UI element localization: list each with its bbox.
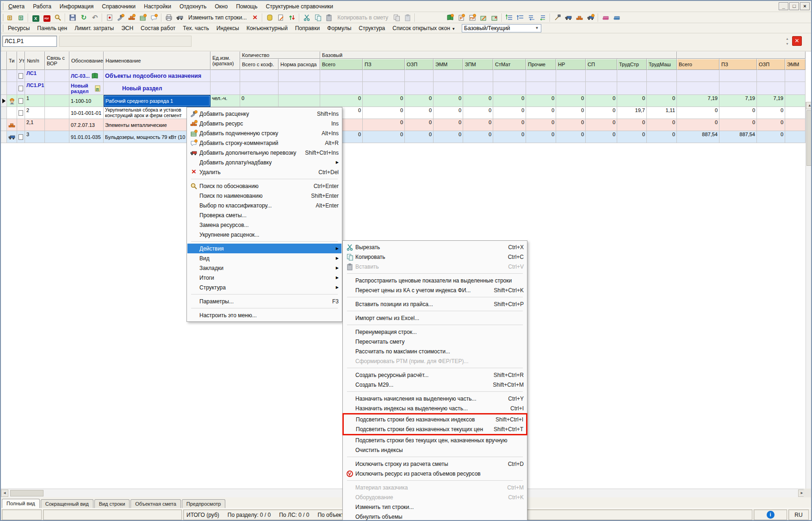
open-windows-menu[interactable]: Список открытых окон ▼	[389, 24, 459, 32]
panel-tab-11[interactable]: Структура	[355, 24, 389, 32]
cell-value-8[interactable]	[556, 82, 586, 95]
menubar-item-7[interactable]: Окно	[211, 2, 232, 11]
cell-value-2[interactable]: 0	[363, 95, 405, 107]
panel-tab-10[interactable]: Формулы	[323, 24, 355, 32]
cell-vor-link[interactable]	[45, 82, 69, 95]
info-icon[interactable]: i	[767, 511, 775, 519]
actions-submenu-item-23[interactable]: Подсветить строки без назначенных текущи…	[344, 424, 526, 434]
vertical-scrollbar[interactable]: ▲ ▼	[806, 102, 812, 489]
toolbar-add-resource-icon[interactable]	[127, 13, 137, 22]
approve-checkbox[interactable]	[19, 98, 23, 104]
cell-value-8[interactable]: 0	[556, 131, 586, 143]
cell-value-3[interactable]	[405, 82, 434, 95]
panel-tab-5[interactable]: Состав работ	[137, 24, 179, 32]
context-menu-item-24[interactable]: Настроить это меню...	[187, 310, 341, 320]
cell-value-2[interactable]	[363, 70, 405, 82]
actions-submenu-item-25[interactable]: Очистить индексы	[343, 445, 527, 455]
toolbar-edit-row-icon[interactable]	[478, 13, 489, 22]
menubar-item-2[interactable]: Работа	[29, 2, 56, 11]
panel-tab-6[interactable]: Тех. часть	[179, 24, 212, 32]
cell-value-9[interactable]: 0	[586, 131, 617, 143]
cell-value-11[interactable]	[647, 82, 677, 95]
panel-tab-2[interactable]: Панель цен	[33, 24, 71, 32]
toolbar-books-blue-icon[interactable]	[612, 13, 622, 22]
toolbar-delete-icon[interactable]: ×	[250, 13, 260, 22]
context-menu-item-20[interactable]: Структура▶	[187, 282, 341, 292]
panel-tab-7[interactable]: Индексы	[213, 24, 243, 32]
context-menu-item-12[interactable]: Проверка сметы...	[187, 210, 341, 220]
toolbar-cut-icon[interactable]	[302, 13, 312, 22]
cell-basis[interactable]: 91.01.01-035	[69, 131, 104, 143]
minimize-button[interactable]: _	[779, 2, 788, 10]
context-menu-item-7[interactable]: ×УдалитьCtrl+Del	[187, 167, 341, 177]
menubar-item-1[interactable]: Смета	[4, 2, 29, 11]
context-menu-item-4[interactable]: Добавить строку-комментарийAlt+R	[187, 138, 341, 148]
toolbar-grip[interactable]	[2, 14, 3, 21]
cell-basis[interactable]: 10-01-001-01	[69, 107, 104, 119]
cell-unit[interactable]	[211, 70, 240, 82]
cell-value-15[interactable]	[785, 131, 806, 143]
cell-value-15[interactable]	[785, 82, 806, 95]
panel-tab-3[interactable]: Лимит. затраты	[71, 24, 118, 32]
toolbar-refresh-icon[interactable]: ↻	[79, 13, 89, 22]
close-panel-button[interactable]: ✕	[792, 36, 802, 46]
context-menu-item-22[interactable]: Параметры...F3	[187, 296, 341, 306]
cell-value-14[interactable]	[757, 82, 785, 95]
menubar-item-6[interactable]: Отдохнуть	[175, 2, 211, 11]
approve-checkbox[interactable]	[19, 134, 23, 140]
cell-name[interactable]: Рабочий среднего разряда 1	[104, 95, 211, 107]
toolbar-outdent2-icon[interactable]	[538, 13, 548, 22]
table-row-3[interactable]: 391.01.01-035Бульдозеры, мощность 79 кВт…	[1, 131, 806, 143]
table-row-ЛС1[interactable]: ЛС1ЛС-03...Объекты подсобного назначения	[1, 70, 806, 82]
context-menu-item-1[interactable]: Добавить расценкуShift+Ins	[187, 109, 341, 119]
cell-value-13[interactable]	[719, 70, 757, 82]
cell-value-7[interactable]: 0	[526, 107, 556, 119]
toolbar-transport-icon[interactable]	[175, 13, 185, 22]
actions-submenu-item-27[interactable]: Исключить строку из расчета сметыCtrl+D	[343, 459, 527, 469]
cell-value-4[interactable]: 0	[434, 119, 463, 131]
cell-value-8[interactable]: 0	[556, 107, 586, 119]
actions-submenu-item-33[interactable]: Обнулить объемы	[343, 512, 527, 521]
scroll-up-icon[interactable]: ▲	[806, 102, 812, 109]
cell-value-10[interactable]: 0	[617, 95, 647, 107]
cell-value-12[interactable]	[677, 82, 719, 95]
cell-value-10[interactable]: 19,7	[617, 107, 647, 119]
context-menu-item-17[interactable]: Вид▶	[187, 253, 341, 263]
cell-name[interactable]: Новый раздел	[104, 82, 211, 95]
vertical-scroll-thumb[interactable]	[806, 110, 812, 166]
cell-basis[interactable]: Новый разделP	[69, 82, 104, 95]
toolbar-add-subrow-icon[interactable]	[138, 13, 148, 22]
cell-value-2[interactable]: 0	[363, 119, 405, 131]
context-menu-item-6[interactable]: Добавить доплату/надбавку▶	[187, 157, 341, 167]
actions-submenu-item-24[interactable]: Подсветить строки без текущих цен, назна…	[343, 435, 527, 445]
toolbar-truck-blue-icon[interactable]	[564, 13, 574, 22]
cell-value-5[interactable]	[463, 82, 493, 95]
toolbar-indent-add-icon[interactable]	[504, 13, 514, 22]
cell-num[interactable]: ЛС1	[25, 70, 45, 82]
cell-value-3[interactable]: 0	[405, 95, 434, 107]
cell-value-14[interactable]	[757, 70, 785, 82]
cell-value-8[interactable]	[556, 70, 586, 82]
toolbar-add-rate-icon[interactable]	[116, 13, 126, 22]
menubar-item-5[interactable]: Настройки	[140, 2, 175, 11]
cell-value-15[interactable]	[785, 119, 806, 131]
cell-value-6[interactable]: 0	[493, 107, 526, 119]
cell-value-7[interactable]	[526, 82, 556, 95]
actions-submenu-item-12[interactable]: Перенумерация строк...	[343, 327, 527, 337]
cell-num[interactable]: 2,1	[25, 119, 45, 131]
view-tab-2[interactable]: Сокращенный вид	[41, 499, 93, 508]
cell-value-2[interactable]: 0	[363, 131, 405, 143]
toolbar-undo-icon[interactable]: ↶	[90, 13, 100, 22]
cell-value-12[interactable]: 0	[677, 119, 719, 131]
cell-value-10[interactable]: 0	[617, 119, 647, 131]
actions-submenu-item-6[interactable]: Пересчет цены из КА с учетом индекса ФИ.…	[343, 285, 527, 295]
toolbar-button-change-row-type[interactable]: Изменить тип строки...	[186, 13, 249, 22]
cell-vor-link[interactable]	[45, 95, 69, 107]
cell-value-10[interactable]	[617, 70, 647, 82]
cell-value-4[interactable]: 0	[434, 95, 463, 107]
cell-value-12[interactable]	[677, 70, 719, 82]
cell-value-6[interactable]: 0	[493, 119, 526, 131]
actions-submenu-item-17[interactable]: Создать ресурсный расчёт...Shift+Ctrl+R	[343, 370, 527, 380]
horizontal-scroll-thumb[interactable]	[10, 490, 43, 496]
cell-value-13[interactable]: 7,19	[719, 95, 757, 107]
